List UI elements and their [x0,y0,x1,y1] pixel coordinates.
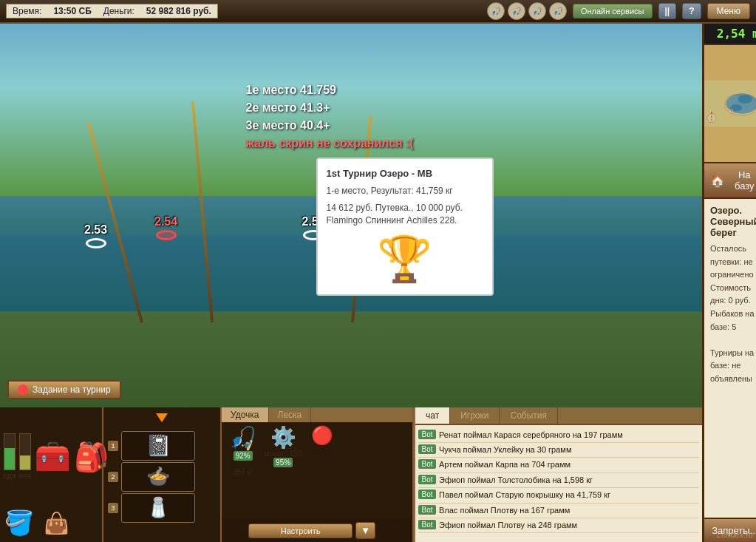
notebook-icon: 📓 [146,433,171,458]
bait-icon-4[interactable]: 🎣 [549,2,567,20]
chat-text: Чукча поймал Уклейку на 30 грамм [439,444,699,455]
drink-label: алк [18,472,31,480]
top-icons: 🎣 🎣 🎣 🎣 [487,2,567,20]
slot-number-3: 3 [108,503,118,513]
bucket-icon[interactable]: 🪣 [3,507,35,539]
svg-point-8 [731,109,733,112]
minimap: N [704,45,756,163]
chat-tabs: чат Игроки События [415,407,702,425]
rod-image[interactable]: 🎣 [229,425,256,451]
slot-2[interactable]: 🍲 [121,462,195,492]
chat-message: Bot Чукча поймал Уклейку на 30 грамм [418,443,699,458]
location-detail-2: Стоимость дня: 0 руб. [710,282,756,308]
food-drink-bars: еда алк 🧰 🎒 [3,410,99,504]
bot-badge: Bot [418,444,436,454]
money-label: Деньги: [103,6,134,16]
bait-icon-3[interactable]: 🎣 [528,2,546,20]
chat-message: Bot Артем поймал Карпа на 704 грамм [418,458,699,472]
chat-message: Bot Влас поймал Плотву на 167 грамм [418,504,699,518]
food-fill [4,448,15,470]
bait-icon-1[interactable]: 🎣 [487,2,505,20]
tab-rod[interactable]: Удочка [222,407,269,422]
bottom-inventory-row: еда алк 🧰 🎒 🪣 👜 [0,407,702,542]
slot-number-1: 1 [108,441,118,451]
time-value: 13:50 СБ [53,6,91,16]
tackle-box-icon[interactable]: 🧰 [34,436,71,478]
task-button[interactable]: Задание на турнир [7,380,121,399]
rod-item-lure: 🔴 Quest Fis... [305,425,339,516]
task-bar: Задание на турнир [7,380,121,399]
chat-message: Bot Павел поймал Старую покрышку на 41,7… [418,488,699,503]
reel-power: мощн.: 135 [265,450,302,458]
location-detail-1: Осталось путевки: не ограничено [710,243,756,282]
float-value-2: 2.54 [154,215,177,228]
food-label: еда [3,472,16,480]
task-icon [18,385,28,395]
reel-image[interactable]: ⚙️ [270,425,296,450]
score-line-4: жаль скрин не сохранился :( [246,135,414,152]
float-value-1: 2.53 [84,223,107,237]
lendex-watermark: Lendex.ru [717,530,753,539]
reel-durability: 95% [273,458,293,467]
rod-item-reel: ⚙️ мощн.: 135 95% [265,425,302,516]
configure-button[interactable]: Настроить [248,524,353,538]
slot-row-3: 3 🧂 [108,493,216,523]
score-display: 1е место 41.759 2е место 41.3+ 3е место … [246,81,414,152]
bot-badge: Bot [418,430,436,439]
base-button[interactable]: 🏠 На базу [704,163,756,199]
score-line-3: 3е место 40.4+ [246,117,414,135]
bait-bag-icon[interactable]: 👜 [40,507,72,539]
location-title: Озеро. Северный берег [710,205,756,238]
tournament-title: 1st Турнир Озеро - МВ [327,168,483,179]
online-services-button[interactable]: Онлайн сервисы [573,4,653,18]
base-label: На базу [729,169,756,192]
pause-button[interactable]: || [658,3,677,19]
bag-icon: 🧂 [146,496,170,519]
help-button[interactable]: ? [682,3,701,19]
location-details: Осталось путевки: не ограничено Стоимост… [710,243,756,386]
chat-text: Влас поймал Плотву на 167 грамм [439,505,699,516]
trophy-icon: 🏆 [327,233,483,285]
mid-inventory: 1 📓 2 🍲 3 🧂 [103,407,222,542]
bot-badge: Bot [418,520,436,529]
lower-inv-row: 🪣 👜 [3,507,99,539]
rod-item-rod: 🎣 92% Quest Win... 357 кг [225,425,262,516]
chat-text: Эфиоп поймал Плотву на 248 грамм [439,520,699,531]
slot-number-2: 2 [108,472,118,482]
game-scene: 2.53 2.54 2.56 1е место 41.759 2е место … [0,24,702,407]
rod-name: Quest Win... [225,461,262,468]
float-indicator-2: 2.54 [154,215,177,240]
base-icon: 🏠 [710,174,725,188]
right-panel: 2,54 m N 🏠 На базу [702,24,756,542]
slot-3[interactable]: 🧂 [121,493,195,523]
tournament-prize: 14 612 руб. Путевка., 10 000 руб. Flamin… [327,202,483,227]
slot-1[interactable]: 📓 [121,431,195,461]
svg-text:N: N [711,112,712,115]
tab-players[interactable]: Игроки [450,407,500,424]
chat-message: Bot Эфиоп поймал Плотву на 248 грамм [418,518,699,533]
tab-events[interactable]: События [500,407,558,424]
score-line-1: 1е место 41.759 [246,81,414,99]
slots-area: 1 📓 2 🍲 3 🧂 [106,428,217,526]
rod-tabs: Удочка Леска [222,407,412,422]
location-detail-3: Рыбаков на базе: 5 [710,308,756,333]
rod-weight: 357 кг [233,468,253,476]
dropdown-button[interactable]: ▼ [355,522,375,539]
menu-button[interactable]: Меню [707,3,750,19]
tab-chat[interactable]: чат [415,407,450,424]
lure-count: 210 шт. [384,526,409,535]
lure-image[interactable]: 🔴 [311,425,333,446]
drink-fill [20,455,30,470]
tab-line[interactable]: Леска [269,407,312,422]
lure-name: Quest Fis... [305,446,339,453]
location-info: Озеро. Северный берег Осталось путевки: … [704,199,756,518]
bait-icon-2[interactable]: 🎣 [508,2,525,20]
drink-bar [19,433,31,470]
slot-row-2: 2 🍲 [108,462,216,492]
chat-text: Эфиоп поймал Толстолобика на 1,598 кг [439,475,699,486]
chat-message: Bot Эфиоп поймал Толстолобика на 1,598 к… [418,473,699,488]
depth-display: 2,54 m [704,24,756,45]
time-label: Время: [13,6,41,16]
pot-icon: 🍲 [146,465,170,488]
top-bar: Время: 13:50 СБ Деньги: 52 982 816 руб. … [0,0,756,24]
